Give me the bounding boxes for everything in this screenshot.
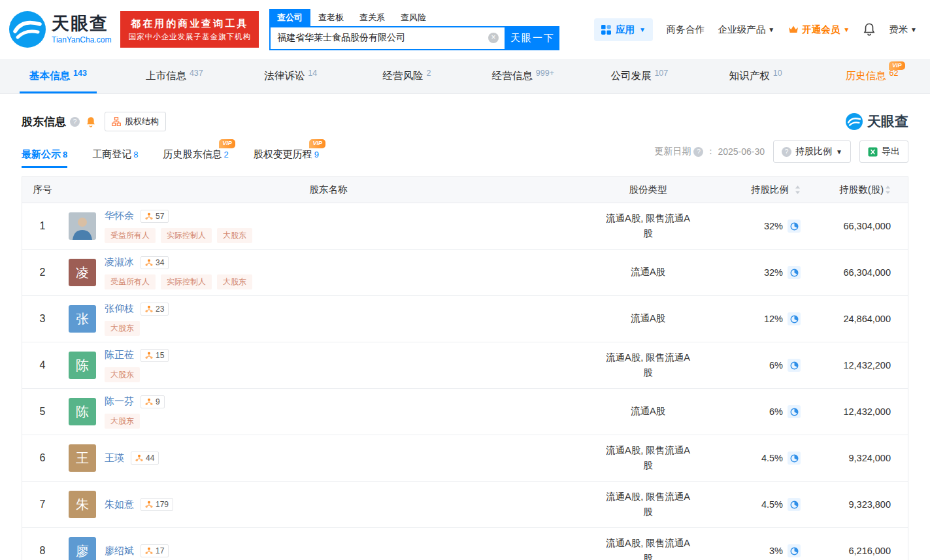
table-row: 6 王 王瑛 44 — [22, 435, 908, 482]
sub-tab-3[interactable]: 股权变更历程VIP9 — [254, 138, 319, 168]
nav-tab-3[interactable]: 经营风险2 — [349, 59, 465, 93]
shareholder-avatar[interactable]: 王 — [69, 444, 96, 472]
search-input[interactable] — [271, 27, 505, 49]
ratio-value: 32% — [764, 221, 783, 231]
clear-search-icon[interactable]: × — [488, 33, 499, 43]
search-input-wrap: × — [269, 26, 506, 50]
search-tab-1[interactable]: 查老板 — [310, 9, 352, 26]
search-button[interactable]: 天眼一下 — [506, 26, 559, 50]
nav-tab-count: 14 — [308, 69, 317, 78]
search-tab-2[interactable]: 查关系 — [352, 9, 393, 26]
pie-chart-icon[interactable] — [788, 266, 801, 279]
header-ratio-sort[interactable]: 持股比例 — [702, 184, 803, 196]
relation-graph-badge[interactable]: 179 — [141, 498, 173, 511]
shareholder-avatar[interactable]: 朱 — [69, 491, 96, 518]
nav-tab-1[interactable]: 上市信息437 — [116, 59, 233, 93]
ratio-filter-button[interactable]: ? 持股比例 ▼ — [773, 140, 851, 163]
relation-graph-badge[interactable]: 23 — [141, 303, 169, 316]
shareholder-avatar[interactable]: 张 — [69, 305, 96, 333]
search-tab-0[interactable]: 查公司 — [269, 9, 310, 26]
pie-chart-icon[interactable] — [788, 312, 801, 325]
shareholder-name-link[interactable]: 朱如意 — [105, 499, 134, 511]
shareholder-name-link[interactable]: 凌淑冰 — [105, 256, 134, 269]
user-menu[interactable]: 费米 ▼ — [889, 24, 917, 36]
share-type: 流通A股, 限售流通A股 — [594, 435, 702, 481]
nav-tab-7[interactable]: 历史信息VIP62 — [814, 59, 930, 93]
nav-tab-label: 上市信息 — [146, 69, 186, 83]
subscribe-bell-icon[interactable] — [86, 116, 96, 127]
shareholder-avatar[interactable]: 陈 — [69, 398, 96, 425]
shareholder-subtabs: 最新公示8工商登记8历史股东信息VIP2股权变更历程VIP9 — [22, 138, 344, 168]
shareholder-avatar[interactable]: 陈 — [69, 352, 96, 379]
share-type: 流通A股, 限售流通A股 — [594, 203, 702, 249]
header-share-type: 股份类型 — [594, 182, 702, 197]
nav-tab-0[interactable]: 基本信息143 — [0, 59, 116, 93]
relation-graph-badge[interactable]: 17 — [141, 544, 169, 557]
help-icon[interactable]: ? — [693, 147, 703, 157]
shareholder-name-link[interactable]: 王瑛 — [105, 452, 124, 465]
search-tab-3[interactable]: 查风险 — [393, 9, 434, 26]
nav-enterprise-product[interactable]: 企业级产品 ▼ — [718, 24, 774, 36]
relation-graph-badge[interactable]: 57 — [141, 210, 169, 223]
shareholder-tags: 大股东 — [105, 367, 169, 382]
banner-line1: 都在用的商业查询工具 — [128, 16, 251, 31]
shareholder-name-link[interactable]: 廖绍斌 — [105, 545, 134, 557]
chevron-down-icon: ▼ — [836, 148, 842, 156]
shareholder-tag: 实际控制人 — [161, 228, 212, 243]
shares-count: 24,864,000 — [803, 296, 908, 342]
header-shares-sort[interactable]: 持股数(股) — [803, 184, 908, 196]
tianyancha-logo[interactable]: 天眼查 TianYanCha.com — [9, 11, 111, 48]
sub-tab-label: 工商登记 — [92, 148, 131, 159]
shareholder-tag: 实际控制人 — [161, 274, 212, 289]
nav-tab-6[interactable]: 知识产权10 — [697, 59, 814, 93]
share-type: 流通A股, 限售流通A股 — [594, 342, 702, 388]
pie-chart-icon[interactable] — [788, 405, 801, 418]
export-button[interactable]: 导出 — [859, 140, 908, 163]
pie-chart-icon[interactable] — [788, 220, 801, 233]
nav-business-coop[interactable]: 商务合作 — [667, 24, 705, 36]
equity-structure-button[interactable]: 股权结构 — [105, 112, 166, 131]
vip-upgrade-link[interactable]: 开通会员 ▼ — [788, 24, 850, 36]
org-chart-icon — [112, 117, 121, 126]
nav-tab-2[interactable]: 法律诉讼14 — [233, 59, 349, 93]
pie-chart-icon[interactable] — [788, 498, 801, 511]
nav-tab-count: 10 — [773, 69, 782, 78]
shareholder-name-link[interactable]: 华怀余 — [105, 210, 134, 222]
chevron-down-icon: ▼ — [639, 26, 646, 33]
shareholder-avatar[interactable] — [69, 212, 96, 240]
shareholder-name-link[interactable]: 陈一芬 — [105, 395, 134, 408]
relation-graph-badge[interactable]: 15 — [141, 349, 169, 362]
shareholder-tag: 受益所有人 — [105, 274, 156, 289]
header-ratio-label: 持股比例 — [751, 184, 789, 196]
pie-chart-icon[interactable] — [788, 544, 801, 557]
sub-tab-1[interactable]: 工商登记8 — [92, 138, 138, 168]
pie-chart-icon[interactable] — [788, 359, 801, 372]
table-row: 7 朱 朱如意 179 — [22, 482, 908, 528]
apps-menu-button[interactable]: 应用 ▼ — [594, 18, 653, 41]
nav-tab-4[interactable]: 经营信息999+ — [465, 59, 582, 93]
top-header: 天眼查 TianYanCha.com 都在用的商业查询工具 国家中小企业发展子基… — [0, 0, 930, 59]
help-icon[interactable]: ? — [70, 117, 80, 127]
table-row: 5 陈 陈一芬 9 大股东 — [22, 389, 908, 435]
nav-tab-5[interactable]: 公司发展107 — [581, 59, 697, 93]
shareholder-avatar[interactable]: 廖 — [69, 537, 96, 560]
shareholder-avatar[interactable]: 凌 — [69, 259, 96, 286]
relation-graph-badge[interactable]: 34 — [141, 256, 169, 269]
nav-tab-count: 143 — [73, 69, 87, 78]
relation-count: 23 — [156, 305, 164, 314]
pie-chart-icon[interactable] — [788, 452, 801, 465]
notifications-bell-icon[interactable] — [863, 23, 875, 36]
shareholder-name-link[interactable]: 陈正莅 — [105, 349, 134, 361]
shareholder-name-link[interactable]: 张仰枝 — [105, 303, 134, 315]
share-type: 流通A股 — [594, 296, 702, 342]
logo-text-cn: 天眼查 — [52, 14, 111, 34]
section-logo-text: 天眼查 — [867, 112, 908, 131]
header-right-nav: 应用 ▼ 商务合作 企业级产品 ▼ 开通会员 ▼ 费米 ▼ — [594, 18, 917, 41]
row-index: 7 — [22, 482, 63, 527]
shareholder-tag: 大股东 — [217, 274, 252, 289]
sub-tab-2[interactable]: 历史股东信息VIP2 — [163, 138, 228, 168]
sub-tab-0[interactable]: 最新公示8 — [22, 138, 67, 168]
relation-graph-icon — [145, 305, 153, 313]
relation-graph-badge[interactable]: 44 — [131, 452, 159, 465]
relation-graph-badge[interactable]: 9 — [141, 395, 165, 408]
